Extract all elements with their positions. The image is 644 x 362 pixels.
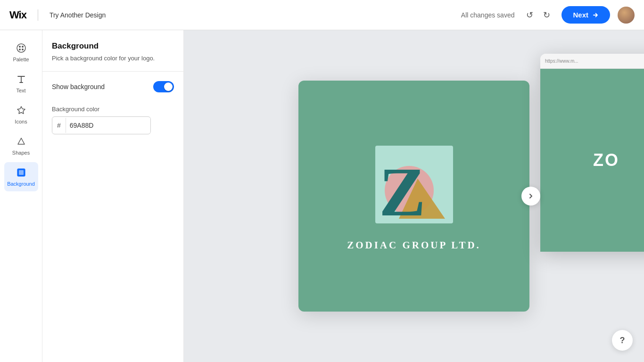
background-color-label: Background color (52, 106, 174, 113)
header: Wix Try Another Design All changes saved… (0, 0, 644, 30)
text-label: Text (16, 88, 25, 93)
next-button[interactable]: Next (561, 6, 610, 24)
color-input-row: # (52, 116, 151, 134)
toggle-thumb (164, 82, 173, 91)
svg-text:Z: Z (379, 153, 426, 228)
wix-logo: Wix (9, 9, 26, 21)
svg-rect-6 (19, 170, 24, 175)
user-avatar[interactable] (618, 7, 635, 24)
save-status: All changes saved (461, 11, 515, 19)
shapes-label: Shapes (12, 150, 30, 156)
color-hash-symbol: # (52, 118, 66, 133)
panel-title: Background (52, 41, 174, 51)
undo-button[interactable]: ↺ (522, 8, 537, 23)
logo-card: Z Zodiac Group Ltd. (298, 81, 529, 312)
panel-divider (42, 71, 183, 72)
sidebar-item-background[interactable]: Background (4, 162, 38, 191)
background-label: Background (7, 181, 35, 187)
canvas-area: Z Zodiac Group Ltd. https://www.m... ZO … (184, 30, 644, 362)
shapes-icon (16, 136, 27, 147)
icons-icon (16, 105, 27, 116)
sidebar-item-icons[interactable]: Icons (4, 100, 38, 129)
browser-bar: https://www.m... (540, 54, 644, 69)
redo-button[interactable]: ↻ (539, 8, 554, 23)
color-hex-input[interactable] (66, 118, 151, 133)
show-background-toggle[interactable] (153, 81, 174, 92)
try-another-design-link[interactable]: Try Another Design (50, 11, 106, 19)
show-background-label: Show background (52, 83, 105, 90)
company-name: Zodiac Group Ltd. (347, 239, 481, 251)
text-icon (16, 74, 27, 85)
svg-point-0 (17, 44, 25, 52)
background-panel: Background Pick a background color for y… (42, 30, 184, 362)
undo-redo-group: ↺ ↻ (522, 8, 554, 23)
header-right: All changes saved ↺ ↻ Next (461, 6, 635, 24)
next-arrow-icon (592, 12, 599, 18)
show-background-row: Show background (52, 81, 174, 92)
sidebar-item-palette[interactable]: Palette (4, 38, 38, 67)
svg-point-1 (19, 46, 21, 48)
sidebar-item-shapes[interactable]: Shapes (4, 131, 38, 160)
carousel-next-arrow[interactable] (521, 187, 540, 206)
chevron-right-icon (527, 192, 535, 200)
sidebar-item-text[interactable]: Text (4, 69, 38, 98)
browser-preview: https://www.m... ZO (540, 54, 644, 252)
palette-icon (16, 42, 27, 54)
header-logo-area: Wix Try Another Design (9, 9, 106, 21)
browser-z-text: ZO (593, 150, 619, 170)
help-button[interactable]: ? (612, 330, 633, 351)
browser-url: https://www.m... (545, 58, 578, 64)
header-divider (38, 9, 38, 21)
svg-point-4 (22, 49, 24, 50)
svg-point-2 (22, 46, 24, 48)
icons-label: Icons (15, 119, 27, 124)
help-label: ? (620, 336, 625, 346)
browser-content: ZO (540, 69, 644, 252)
svg-point-3 (19, 49, 21, 50)
main-layout: Palette Text Icons S (0, 30, 644, 362)
sidebar-icons: Palette Text Icons S (0, 30, 42, 362)
background-icon (16, 167, 27, 178)
panel-subtitle: Pick a background color for your logo. (52, 55, 174, 62)
logo-icon-svg-area: Z (371, 141, 458, 228)
avatar-image (618, 7, 635, 24)
palette-label: Palette (13, 57, 29, 62)
